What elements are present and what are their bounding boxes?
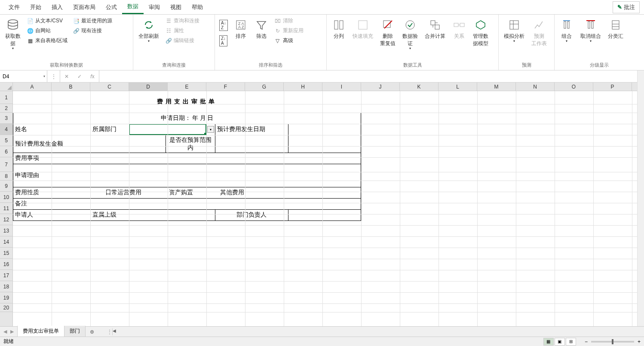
text-to-columns-button[interactable]: 分列 xyxy=(329,16,348,42)
field-dept-head[interactable] xyxy=(288,209,361,220)
col-header-I[interactable]: I xyxy=(322,83,361,91)
field-name[interactable] xyxy=(52,124,91,135)
cell-dropdown-button[interactable]: ▾ xyxy=(207,126,214,133)
from-table-button[interactable]: ▦来自表格/区域 xyxy=(25,36,69,45)
field-expected-amount[interactable] xyxy=(91,135,166,153)
row-header-17[interactable]: 17 xyxy=(0,270,12,281)
field-in-budget-ext[interactable] xyxy=(288,135,361,153)
field-expected-date[interactable] xyxy=(288,124,361,135)
sheet-tab-2[interactable]: 部门 xyxy=(64,326,86,337)
row-header-14[interactable]: 14 xyxy=(0,236,12,248)
horizontal-scrollbar[interactable]: ◀ xyxy=(112,328,644,335)
from-text-csv-button[interactable]: 📄从文本/CSV xyxy=(25,16,69,25)
col-header-P[interactable]: P xyxy=(593,83,632,91)
col-header-L[interactable]: L xyxy=(439,83,477,91)
recent-sources-button[interactable]: 📑最近使用的源 xyxy=(71,16,114,25)
subtotal-button[interactable]: 分类汇 xyxy=(605,16,626,42)
row-header-20[interactable]: 20 xyxy=(0,303,12,312)
data-model-button[interactable]: 管理数 据模型 xyxy=(470,16,491,49)
row-header-7[interactable]: 7 xyxy=(0,157,12,172)
menu-formulas[interactable]: 公式 xyxy=(101,1,122,14)
fx-button[interactable]: fx xyxy=(86,73,99,80)
col-header-N[interactable]: N xyxy=(516,83,555,91)
edit-links-button: 🔗编辑链接 xyxy=(163,36,201,45)
select-all-corner[interactable] xyxy=(0,83,13,91)
sheet-tab-1[interactable]: 费用支出审批单 xyxy=(18,326,64,337)
row-header-12[interactable]: 12 xyxy=(0,214,12,225)
sort-desc-button[interactable]: Z↓A xyxy=(218,34,230,47)
col-header-E[interactable]: E xyxy=(168,83,206,91)
hscroll-grip[interactable]: ⋮ xyxy=(107,328,112,336)
vertical-scrollbar[interactable] xyxy=(637,70,644,326)
menu-file[interactable]: 文件 xyxy=(3,1,25,14)
filter-button[interactable]: 筛选 xyxy=(252,16,271,42)
view-pagelayout-button[interactable]: ▣ xyxy=(555,338,565,346)
whatif-button[interactable]: 模拟分析▾ xyxy=(501,16,527,45)
annotate-button[interactable]: ✎批注 xyxy=(613,1,640,13)
col-header-G[interactable]: G xyxy=(245,83,284,91)
view-normal-button[interactable]: ▦ xyxy=(543,338,554,346)
row-header-6[interactable]: 6 xyxy=(0,146,12,157)
col-header-B[interactable]: B xyxy=(52,83,90,91)
row-header-18[interactable]: 18 xyxy=(0,281,12,292)
row-header-10[interactable]: 10 xyxy=(0,192,12,203)
existing-connections-button[interactable]: 🔗现有连接 xyxy=(71,26,114,35)
row-header-8[interactable]: 8 xyxy=(0,172,12,181)
add-sheet-button[interactable]: ⊕ xyxy=(86,327,98,337)
view-pagebreak-button[interactable]: ⊞ xyxy=(566,338,576,346)
sort-button[interactable]: Z AA Z 排序 xyxy=(231,16,250,42)
zoom-slider[interactable]: − + xyxy=(585,339,641,345)
menu-pagelayout[interactable]: 页面布局 xyxy=(68,1,101,14)
row-header-11[interactable]: 11 xyxy=(0,203,12,214)
cells-area[interactable]: 费用支出审批单 申请日期： 年 月 日 姓名 所属部门 预计费用发生日期 预计费… xyxy=(13,91,644,334)
col-header-A[interactable]: A xyxy=(13,83,52,91)
consolidate-button[interactable]: 合并计算 xyxy=(422,16,448,42)
col-header-M[interactable]: M xyxy=(477,83,516,91)
menu-insert[interactable]: 插入 xyxy=(46,1,68,14)
col-header-K[interactable]: K xyxy=(400,83,439,91)
col-header-D[interactable]: D xyxy=(129,83,168,91)
get-data-button[interactable]: 获取数 据 ▾ xyxy=(3,16,23,52)
row-header-5[interactable]: 5 xyxy=(0,135,12,146)
menu-data[interactable]: 数据 xyxy=(122,0,144,14)
sheet-nav-next[interactable]: ▶ xyxy=(10,329,14,334)
row-header-2[interactable]: 2 xyxy=(0,104,12,113)
row-header-16[interactable]: 16 xyxy=(0,259,12,270)
menu-view[interactable]: 视图 xyxy=(165,1,187,14)
name-box[interactable]: D4▾ xyxy=(0,70,47,82)
zoom-in-button[interactable]: + xyxy=(638,339,641,345)
col-header-J[interactable]: J xyxy=(361,83,400,91)
row-header-9[interactable]: 9 xyxy=(0,181,12,192)
row-header-13[interactable]: 13 xyxy=(0,225,12,236)
sheet-nav-prev[interactable]: ◀ xyxy=(3,329,7,334)
ungroup-button[interactable]: 取消组合▾ xyxy=(578,16,604,45)
sort-asc-button[interactable]: A↓Z xyxy=(218,19,230,32)
advanced-filter-button[interactable]: ▽高级 xyxy=(273,36,305,45)
from-web-button[interactable]: 🌐自网站 xyxy=(25,26,69,35)
field-supervisor[interactable] xyxy=(129,209,215,220)
queries-connections-button[interactable]: ☰查询和连接 xyxy=(163,16,201,25)
col-header-H[interactable]: H xyxy=(284,83,322,91)
cancel-formula-button[interactable]: ✕ xyxy=(60,73,73,80)
col-header-O[interactable]: O xyxy=(555,83,593,91)
row-header-15[interactable]: 15 xyxy=(0,248,12,259)
field-in-budget[interactable] xyxy=(215,135,288,153)
row-header-1[interactable]: 1 xyxy=(0,91,12,104)
menu-review[interactable]: 审阅 xyxy=(144,1,165,14)
col-header-C[interactable]: C xyxy=(90,83,129,91)
group-button[interactable]: 组合▾ xyxy=(557,16,576,45)
row-header-19[interactable]: 19 xyxy=(0,292,12,303)
zoom-out-button[interactable]: − xyxy=(585,339,588,345)
formula-input[interactable] xyxy=(99,70,644,82)
row-header-3[interactable]: 3 xyxy=(0,113,12,124)
col-header-F[interactable]: F xyxy=(206,83,245,91)
row-header-4[interactable]: 4 xyxy=(0,124,12,135)
field-applicant[interactable] xyxy=(52,209,91,220)
menu-help[interactable]: 帮助 xyxy=(187,1,208,14)
field-dept[interactable] xyxy=(129,124,215,135)
refresh-all-button[interactable]: 全部刷新 ▾ xyxy=(136,16,162,45)
data-validation-button[interactable]: 数据验 证▾ xyxy=(400,16,420,52)
remove-duplicates-button[interactable]: 删除 重复值 xyxy=(377,16,398,49)
menu-home[interactable]: 开始 xyxy=(25,1,46,14)
confirm-formula-button[interactable]: ✓ xyxy=(73,73,86,80)
